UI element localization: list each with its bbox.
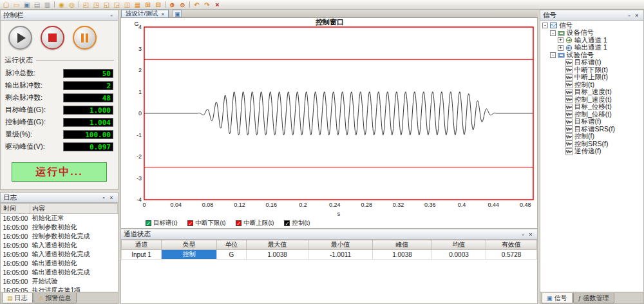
log-panel-title: 日志 bbox=[3, 193, 17, 202]
channel-status-panel: 通道状态 ▫ × 通道类型单位最大值最小值峰值均值有效值 Input 1控制G1… bbox=[120, 229, 538, 304]
pin-icon[interactable]: ▫ bbox=[108, 12, 115, 19]
log-row[interactable]: 16:05:00输出通道初始化完成 bbox=[1, 268, 118, 277]
function-manager-tab[interactable]: ƒ函数管理 bbox=[573, 293, 614, 303]
print-icon[interactable]: ▥ bbox=[43, 1, 52, 9]
add-chart-icon[interactable]: ⊞ bbox=[143, 1, 153, 9]
pin-icon[interactable]: ▫ bbox=[519, 231, 527, 238]
legend-checkbox[interactable]: ✓ bbox=[284, 220, 290, 226]
channel-column-header[interactable]: 最大值 bbox=[247, 240, 308, 250]
report-icon[interactable]: ▤ bbox=[32, 1, 42, 9]
channel-cell: Input 1 bbox=[122, 250, 162, 260]
pin-icon[interactable]: ▫ bbox=[100, 194, 108, 202]
log-header-row: 时间内容 bbox=[1, 204, 118, 214]
log-table-area: 时间内容 16:05:00初始化正常16:05:00控制参数初始化16:05:0… bbox=[1, 203, 118, 292]
channel-column-header[interactable]: 单位 bbox=[217, 240, 247, 250]
control-chart[interactable]: 控制窗口G43210-1-2-3-400.040.080.120.160.20.… bbox=[121, 18, 538, 219]
status-field-label: 剩余脉冲数: bbox=[5, 93, 43, 102]
pause-button[interactable] bbox=[73, 26, 97, 50]
safety-settings-icon[interactable]: ◎ bbox=[67, 1, 77, 9]
channel-column-header[interactable]: 类型 bbox=[162, 240, 217, 250]
legend-item[interactable]: ✓目标谱(t) bbox=[146, 219, 177, 227]
svg-text:0.4: 0.4 bbox=[458, 202, 466, 208]
waveform-icon bbox=[565, 96, 573, 103]
channel-column-header[interactable]: 通道 bbox=[122, 240, 162, 250]
log-cell: 16:05:00 bbox=[1, 223, 30, 232]
status-field-value: 50 bbox=[63, 69, 113, 78]
snapshot-icon[interactable]: ▣ bbox=[173, 10, 182, 17]
alarm-tab[interactable]: ⚠报警信息 bbox=[33, 293, 77, 303]
channel-row[interactable]: Input 1控制G1.0038-1.00111.00380.00030.572… bbox=[122, 250, 537, 260]
log-row[interactable]: 16:05:00输出通道初始化 bbox=[1, 259, 118, 268]
redo-icon[interactable]: ↷ bbox=[202, 1, 212, 9]
running-status-box: 运行中... bbox=[12, 162, 107, 182]
svg-text:0.12: 0.12 bbox=[234, 202, 245, 208]
log-column-header[interactable]: 时间 bbox=[1, 204, 30, 214]
legend-checkbox[interactable]: ✓ bbox=[187, 220, 193, 226]
input-channel-icon bbox=[565, 37, 573, 44]
svg-text:0.24: 0.24 bbox=[329, 202, 341, 208]
log-tab-icon: ▤ bbox=[7, 295, 13, 301]
zoom-out-icon[interactable]: ⊖ bbox=[178, 1, 187, 9]
collapse-icon[interactable]: - bbox=[550, 52, 556, 58]
document-tab[interactable]: 波设计/测试 × bbox=[121, 10, 169, 17]
log-row[interactable]: 16:05:05执行进度表第1项 bbox=[1, 286, 118, 292]
status-field-row: 输出脉冲数:2 bbox=[1, 79, 118, 91]
zoom-in-icon[interactable]: ⊕ bbox=[167, 1, 177, 9]
channel-column-header[interactable]: 均值 bbox=[432, 240, 486, 250]
channel-column-header[interactable]: 峰值 bbox=[373, 240, 432, 250]
signal-tab[interactable]: ▣信号 bbox=[542, 293, 573, 303]
undo-icon[interactable]: ↶ bbox=[192, 1, 202, 9]
legend-label: 目标谱(t) bbox=[153, 219, 177, 227]
log-row[interactable]: 16:05:00初始化正常 bbox=[1, 214, 118, 223]
status-field-row: 驱动峰值(V):0.097 bbox=[1, 140, 118, 153]
stop-button[interactable] bbox=[41, 26, 64, 50]
log-cell: 16:05:00 bbox=[1, 241, 30, 250]
start-button[interactable] bbox=[8, 26, 32, 50]
layout-quad-icon[interactable]: ◳ bbox=[91, 1, 101, 9]
waveform-icon bbox=[565, 59, 573, 66]
legend-item[interactable]: ✓中断下限(t) bbox=[187, 219, 225, 227]
log-row[interactable]: 16:05:00开始试验 bbox=[1, 277, 118, 286]
tab-label: 信号 bbox=[554, 294, 567, 303]
close-test-icon[interactable]: × bbox=[213, 1, 222, 9]
lock-icon[interactable]: ◉ bbox=[57, 1, 66, 9]
expand-icon[interactable]: + bbox=[558, 45, 564, 51]
remove-chart-icon[interactable]: ⊟ bbox=[153, 1, 163, 9]
log-tab[interactable]: ▤日志 bbox=[2, 293, 33, 303]
channel-column-header[interactable]: 最小值 bbox=[308, 240, 373, 250]
save-icon[interactable]: ▣ bbox=[22, 1, 32, 9]
tab-close-icon[interactable]: × bbox=[161, 11, 164, 17]
log-row[interactable]: 16:05:00控制参数初始化 bbox=[1, 223, 118, 232]
close-icon[interactable]: × bbox=[527, 231, 535, 238]
log-row[interactable]: 16:05:00输入通道初始化完成 bbox=[1, 250, 118, 259]
log-cell: 输入通道初始化 bbox=[30, 241, 117, 250]
new-test-icon[interactable]: ▢ bbox=[1, 1, 11, 9]
collapse-icon[interactable]: - bbox=[550, 30, 556, 36]
pin-icon[interactable]: ▫ bbox=[625, 12, 633, 19]
channel-column-header[interactable]: 有效值 bbox=[486, 240, 537, 250]
open-project-icon[interactable]: ▭ bbox=[12, 1, 21, 9]
log-cell: 输入通道初始化完成 bbox=[30, 250, 117, 259]
window-tile-icon[interactable]: ▦ bbox=[133, 1, 142, 9]
tree-node-waveform[interactable]: 逆传递(f) bbox=[540, 148, 643, 156]
legend-checkbox[interactable]: ✓ bbox=[236, 220, 242, 226]
svg-text:0.2: 0.2 bbox=[299, 202, 307, 208]
svg-text:0.36: 0.36 bbox=[424, 202, 436, 208]
log-row[interactable]: 16:05:00输入通道初始化 bbox=[1, 241, 118, 250]
svg-text:3: 3 bbox=[138, 46, 142, 52]
expand-icon[interactable]: + bbox=[558, 37, 564, 43]
close-icon[interactable]: × bbox=[633, 12, 641, 19]
log-row[interactable]: 16:05:00控制参数初始化完成 bbox=[1, 232, 118, 241]
layout-rows-icon[interactable]: ◱ bbox=[102, 1, 111, 9]
waveform-icon bbox=[565, 89, 573, 96]
legend-item[interactable]: ✓控制(t) bbox=[284, 219, 310, 227]
collapse-icon[interactable]: - bbox=[542, 23, 548, 28]
layout-single-icon[interactable]: ◰ bbox=[81, 1, 91, 9]
layout-columns-icon[interactable]: ◲ bbox=[112, 1, 122, 9]
legend-item[interactable]: ✓中断上限(t) bbox=[236, 219, 274, 227]
close-icon[interactable]: × bbox=[108, 194, 115, 202]
window-cascade-icon[interactable]: ◫ bbox=[122, 1, 132, 9]
log-column-header[interactable]: 内容 bbox=[30, 204, 117, 214]
legend-checkbox[interactable]: ✓ bbox=[146, 220, 151, 226]
svg-text:-3: -3 bbox=[137, 175, 142, 182]
